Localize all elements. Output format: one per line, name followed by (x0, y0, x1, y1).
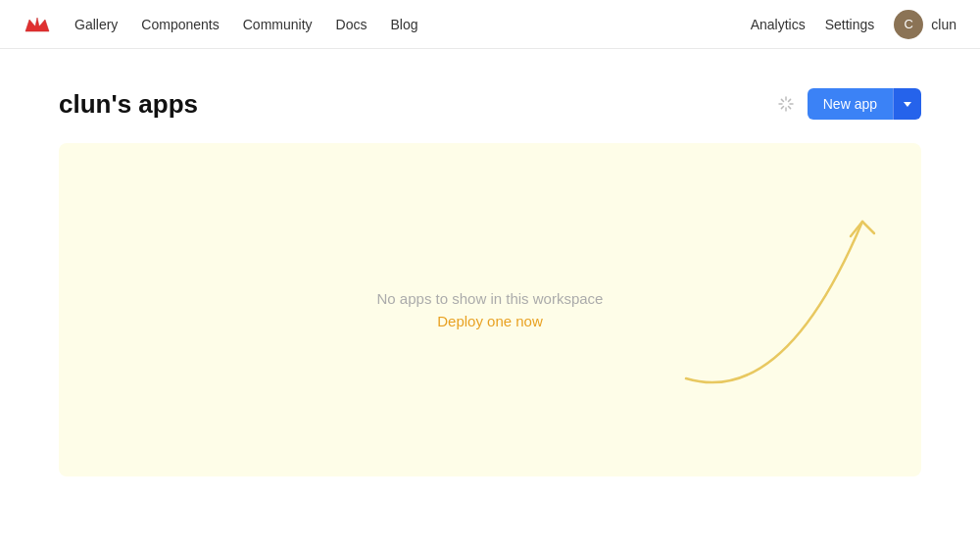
svg-line-6 (788, 99, 790, 101)
svg-line-4 (781, 99, 783, 101)
user-menu[interactable]: C clun (894, 10, 956, 39)
nav-item-gallery[interactable]: Gallery (74, 17, 118, 32)
main-nav: Gallery Components Community Docs Blog (74, 17, 751, 32)
nav-item-docs[interactable]: Docs (336, 17, 368, 32)
sparkle-icon (776, 94, 796, 114)
new-app-dropdown-button[interactable] (893, 88, 921, 120)
crown-icon (24, 14, 51, 35)
empty-state-panel: No apps to show in this workspace Deploy… (59, 143, 921, 476)
avatar: C (894, 10, 923, 39)
username: clun (931, 17, 956, 32)
svg-line-7 (781, 107, 783, 109)
main-content: clun's apps New app (0, 49, 980, 516)
nav-item-blog[interactable]: Blog (390, 17, 417, 32)
empty-state-content: No apps to show in this workspace Deploy… (377, 290, 604, 330)
no-apps-message: No apps to show in this workspace (377, 290, 604, 307)
nav-item-community[interactable]: Community (243, 17, 313, 32)
avatar-initials: C (905, 17, 913, 31)
header-right: Analytics Settings C clun (751, 10, 956, 39)
new-app-button[interactable]: New app (808, 88, 893, 120)
nav-item-components[interactable]: Components (141, 17, 219, 32)
page-title: clun's apps (59, 89, 198, 120)
new-app-button-group: New app (808, 88, 921, 120)
nav-item-settings[interactable]: Settings (825, 17, 875, 32)
logo[interactable] (24, 14, 51, 35)
chevron-down-icon (904, 102, 911, 107)
deploy-now-link[interactable]: Deploy one now (437, 313, 543, 329)
header-actions: New app (776, 88, 921, 120)
top-navigation: Gallery Components Community Docs Blog A… (0, 0, 980, 49)
nav-item-analytics[interactable]: Analytics (751, 17, 806, 32)
page-header: clun's apps New app (59, 88, 921, 120)
arrow-decoration (608, 143, 921, 418)
svg-line-5 (788, 107, 790, 109)
